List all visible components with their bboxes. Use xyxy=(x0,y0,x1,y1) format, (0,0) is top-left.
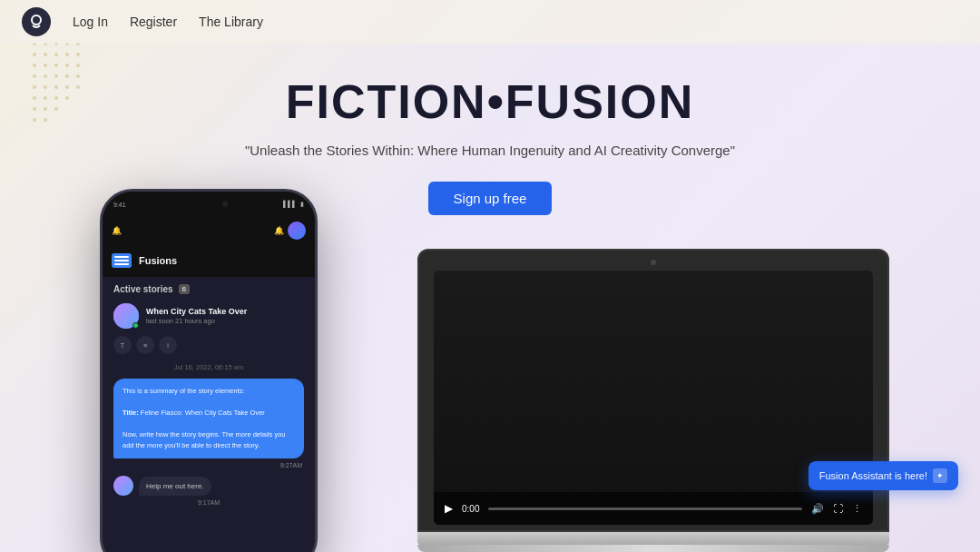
menu-icon-small: ≡ xyxy=(143,342,147,349)
more-options-icon[interactable]: ⋮ xyxy=(852,503,862,515)
text-icon: T xyxy=(121,342,124,349)
user-message-time: 9:17AM xyxy=(103,499,315,508)
story-list-item[interactable]: When City Cats Take Over last soon 21 ho… xyxy=(103,298,315,334)
nav-register[interactable]: Register xyxy=(130,15,177,29)
online-status-dot xyxy=(132,322,139,329)
phone-mockup: 9:41 ▌▌▌ ▮ 🔔 🔔 xyxy=(100,189,318,552)
laptop-screen: ▶ 0:00 🔊 ⛶ ⋮ xyxy=(434,271,873,525)
navigation: Log In Register The Library xyxy=(0,0,980,44)
fusions-menu-icon xyxy=(112,253,132,268)
phone-status-icons: ▌▌▌ ▮ xyxy=(283,201,304,208)
active-count-badge: 6 xyxy=(179,284,190,294)
laptop-mockup: ▶ 0:00 🔊 ⛶ ⋮ xyxy=(327,249,980,552)
fusion-assistant-badge[interactable]: Fusion Assistant is here! ✦ xyxy=(808,461,958,490)
notification-icon: 🔔 xyxy=(274,226,284,235)
fusions-header: Fusions xyxy=(103,244,315,277)
nav-login[interactable]: Log In xyxy=(73,15,108,29)
story-actions: T ≡ i xyxy=(103,334,315,360)
user-avatar-top xyxy=(288,222,306,240)
phone-time: 9:41 xyxy=(113,202,126,208)
story-info: When City Cats Take Over last soon 21 ho… xyxy=(146,307,304,326)
phone-speaker xyxy=(181,202,217,207)
progress-bar[interactable] xyxy=(488,508,802,510)
laptop-stand xyxy=(417,545,889,552)
hero-title: FICTION•FUSION xyxy=(0,76,980,128)
fusion-badge-icon: ✦ xyxy=(933,468,947,483)
battery-icon: ▮ xyxy=(300,201,304,208)
info-icon: i xyxy=(167,342,169,349)
laptop-frame: ▶ 0:00 🔊 ⛶ ⋮ xyxy=(417,249,889,552)
phone-camera xyxy=(222,202,228,207)
time-display: 0:00 xyxy=(462,504,479,514)
fullscreen-icon[interactable]: ⛶ xyxy=(833,503,843,514)
phone-screen: 🔔 🔔 Fusions Active stories 6 xyxy=(103,217,315,552)
active-stories-label: Active stories xyxy=(113,284,173,294)
video-area xyxy=(434,271,873,525)
app-top-icons: 🔔 xyxy=(274,222,306,240)
ai-bubble-text: This is a summary of the story elements:… xyxy=(122,387,286,449)
signup-button[interactable]: Sign up free xyxy=(428,182,553,215)
badge-icon-symbol: ✦ xyxy=(936,471,944,480)
fusion-badge-text: Fusion Assistant is here! xyxy=(819,470,927,481)
story-name: When City Cats Take Over xyxy=(146,307,304,318)
user-chat-avatar xyxy=(113,476,133,496)
app-top-bar: 🔔 🔔 xyxy=(103,217,315,244)
hero-subtitle: "Unleash the Stories Within: Where Human… xyxy=(0,141,980,162)
story-avatar xyxy=(113,303,139,329)
action-btn-2[interactable]: ≡ xyxy=(136,336,154,354)
ai-chat-bubble: This is a summary of the story elements:… xyxy=(113,379,304,458)
video-controls: ▶ 0:00 🔊 ⛶ ⋮ xyxy=(434,492,873,525)
svg-point-34 xyxy=(32,15,41,25)
fusions-title: Fusions xyxy=(139,255,177,266)
ai-message-time: 8:27AM xyxy=(103,462,315,472)
signal-icon: ▌▌▌ xyxy=(283,201,297,208)
nav-links: Log In Register The Library xyxy=(73,15,263,29)
user-chat-bubble: Help me out here. xyxy=(139,477,211,496)
active-stories-bar: Active stories 6 xyxy=(103,277,315,298)
logo[interactable] xyxy=(22,7,51,36)
story-time: last soon 21 hours ago xyxy=(146,317,304,325)
user-message-row: Help me out here. xyxy=(103,472,315,499)
bell-icon: 🔔 xyxy=(112,226,122,235)
action-btn-3[interactable]: i xyxy=(159,336,177,354)
laptop-camera xyxy=(651,260,656,265)
action-btn-1[interactable]: T xyxy=(113,336,132,354)
phone-status-bar: 9:41 ▌▌▌ ▮ xyxy=(103,192,315,217)
laptop-base xyxy=(417,532,889,545)
volume-icon[interactable]: 🔊 xyxy=(811,503,824,515)
chat-date-divider: Jul 16, 2022, 06:15 am xyxy=(103,360,315,375)
play-icon[interactable]: ▶ xyxy=(445,502,453,515)
phone-notch xyxy=(181,202,228,207)
phone-frame: 9:41 ▌▌▌ ▮ 🔔 🔔 xyxy=(100,189,318,552)
nav-library[interactable]: The Library xyxy=(199,15,263,29)
